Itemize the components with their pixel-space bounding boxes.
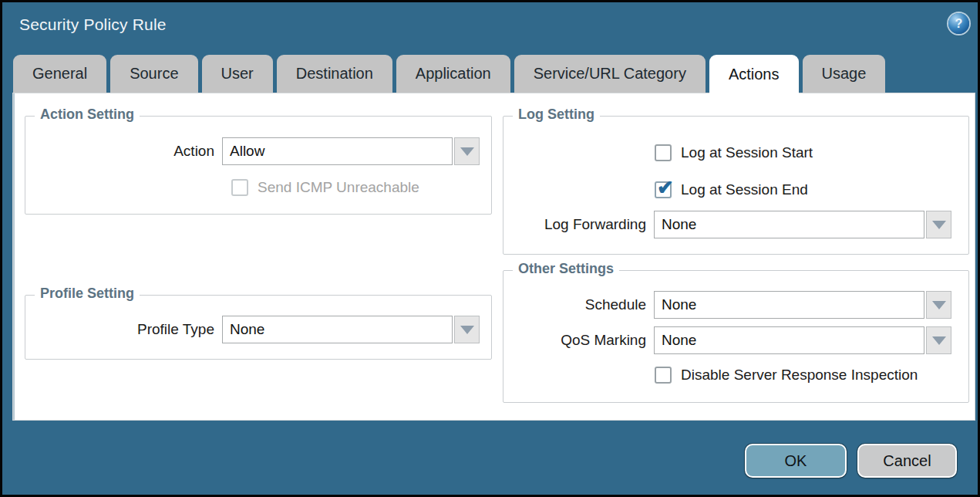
schedule-dropdown-button[interactable]: [926, 291, 951, 319]
action-row: Action Allow: [25, 137, 491, 165]
qos-marking-row: QoS Marking None: [503, 326, 968, 354]
profile-type-row: Profile Type None: [25, 316, 491, 343]
profile-setting-legend: Profile Setting: [35, 286, 140, 302]
chevron-down-icon: [932, 301, 946, 309]
security-policy-rule-dialog: Security Policy Rule ? General Source Us…: [0, 0, 980, 497]
log-setting-fieldset: Log Setting Log at Session Start Log at …: [503, 116, 969, 255]
log-forwarding-dropdown-value[interactable]: None: [654, 211, 924, 238]
action-setting-legend: Action Setting: [35, 106, 140, 123]
tab-usage[interactable]: Usage: [803, 55, 886, 93]
log-forwarding-row: Log Forwarding None: [503, 211, 968, 238]
send-icmp-unreachable-checkbox: [231, 179, 248, 196]
tab-application[interactable]: Application: [396, 55, 510, 93]
qos-marking-dropdown[interactable]: None: [654, 326, 951, 354]
disable-server-response-inspection-label: Disable Server Response Inspection: [681, 367, 918, 384]
chevron-down-icon: [932, 221, 946, 229]
log-at-session-end-label: Log at Session End: [681, 181, 808, 198]
other-settings-fieldset: Other Settings Schedule None QoS Marking…: [503, 270, 969, 403]
action-dropdown-value[interactable]: Allow: [222, 137, 453, 165]
icmp-row: Send ICMP Unreachable: [231, 179, 491, 196]
help-icon[interactable]: ?: [948, 13, 969, 34]
tab-bar: General Source User Destination Applicat…: [13, 55, 889, 94]
tab-service-url-category[interactable]: Service/URL Category: [514, 55, 706, 93]
action-dropdown-button[interactable]: [454, 137, 480, 165]
qos-marking-label: QoS Marking: [503, 332, 654, 349]
action-setting-fieldset: Action Setting Action Allow Send ICMP Un…: [25, 116, 492, 215]
schedule-label: Schedule: [503, 296, 654, 313]
log-forwarding-dropdown[interactable]: None: [654, 211, 951, 238]
log-setting-legend: Log Setting: [513, 106, 600, 123]
log-at-session-start-label: Log at Session Start: [681, 144, 813, 161]
tab-content-panel: Action Setting Action Allow Send ICMP Un…: [12, 93, 975, 421]
profile-type-dropdown-button[interactable]: [454, 316, 480, 343]
ok-button[interactable]: OK: [745, 444, 847, 478]
log-at-session-start-checkbox[interactable]: [655, 144, 672, 161]
cancel-button[interactable]: Cancel: [857, 444, 957, 478]
profile-setting-fieldset: Profile Setting Profile Type None: [25, 295, 492, 360]
log-session-end-row: Log at Session End: [655, 181, 968, 198]
profile-type-label: Profile Type: [25, 321, 222, 338]
schedule-dropdown[interactable]: None: [654, 291, 951, 319]
other-settings-legend: Other Settings: [513, 261, 619, 277]
tab-actions[interactable]: Actions: [709, 55, 799, 94]
schedule-dropdown-value[interactable]: None: [654, 291, 924, 319]
tab-general[interactable]: General: [13, 55, 106, 93]
qos-marking-dropdown-button[interactable]: [926, 326, 951, 354]
action-dropdown[interactable]: Allow: [222, 137, 480, 165]
action-label: Action: [25, 143, 222, 160]
profile-type-dropdown-value[interactable]: None: [222, 316, 453, 343]
tab-destination[interactable]: Destination: [277, 55, 392, 93]
dialog-title: Security Policy Rule: [19, 15, 167, 34]
log-forwarding-dropdown-button[interactable]: [926, 211, 951, 238]
dsri-row: Disable Server Response Inspection: [655, 367, 968, 384]
profile-type-dropdown[interactable]: None: [222, 316, 480, 343]
chevron-down-icon: [932, 336, 946, 345]
qos-marking-dropdown-value[interactable]: None: [654, 326, 924, 354]
help-icon-glyph: ?: [955, 17, 963, 31]
schedule-row: Schedule None: [503, 291, 968, 319]
disable-server-response-inspection-checkbox[interactable]: [655, 367, 672, 384]
send-icmp-unreachable-label: Send ICMP Unreachable: [258, 179, 419, 196]
log-forwarding-label: Log Forwarding: [503, 216, 654, 233]
tab-source[interactable]: Source: [110, 55, 197, 93]
tab-user[interactable]: User: [202, 55, 273, 93]
chevron-down-icon: [460, 326, 474, 334]
log-at-session-end-checkbox[interactable]: [655, 181, 672, 198]
log-session-start-row: Log at Session Start: [655, 144, 968, 161]
chevron-down-icon: [460, 147, 474, 156]
